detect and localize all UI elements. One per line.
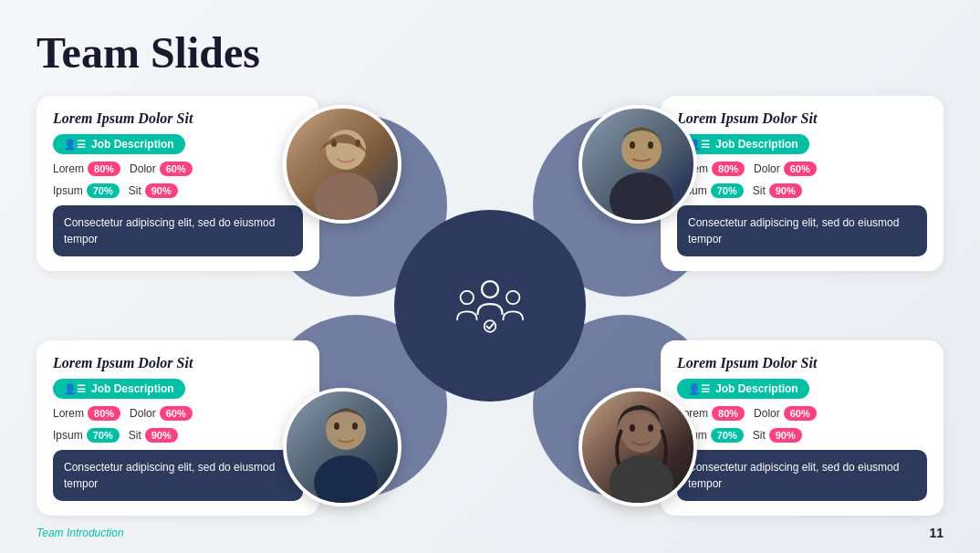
stat-dolor-label-bl: Dolor xyxy=(130,407,156,420)
card-br-stats-row1: Lorem 80% Dolor 60% xyxy=(677,406,927,421)
card-bottom-left: Lorem Ipsum Dolor Sit 👤☰ Job Description… xyxy=(36,340,319,516)
footer-label: Team Introduction xyxy=(36,527,124,539)
card-tl-job-badge: 👤☰ Job Description xyxy=(53,134,185,154)
job-icon-tl: 👤☰ xyxy=(64,139,86,151)
stat-dolor-val-bl: 60% xyxy=(160,406,193,421)
stat-lorem-tl: Lorem 80% xyxy=(53,162,120,176)
card-br-stats-row2: Ipsum 70% Sit 90% xyxy=(677,428,927,443)
stat-ipsum-val-br: 70% xyxy=(711,428,744,443)
stat-dolor-val-tl: 60% xyxy=(160,162,193,176)
job-badge-label-tr: Job Description xyxy=(715,138,798,151)
job-icon-br: 👤☰ xyxy=(688,383,710,395)
svg-point-5 xyxy=(314,172,378,224)
job-icon-bl: 👤☰ xyxy=(64,383,86,395)
svg-point-18 xyxy=(630,424,635,432)
stat-dolor-label-br: Dolor xyxy=(754,407,780,420)
stat-dolor-bl: Dolor 60% xyxy=(130,406,193,421)
svg-point-10 xyxy=(630,141,635,149)
card-tl-title: Lorem Ipsum Dolor Sit xyxy=(53,110,303,127)
card-tl-description: Consectetur adipiscing elit, sed do eius… xyxy=(53,205,303,256)
card-tl-stats-row1: Lorem 80% Dolor 60% xyxy=(53,162,303,176)
stat-dolor-label-tr: Dolor xyxy=(754,162,780,175)
svg-point-0 xyxy=(482,281,498,297)
svg-point-8 xyxy=(621,130,662,170)
stat-dolor-tl: Dolor 60% xyxy=(130,162,193,176)
stat-sit-label-br: Sit xyxy=(753,429,766,442)
card-br-job-badge: 👤☰ Job Description xyxy=(677,379,809,399)
card-bl-title: Lorem Ipsum Dolor Sit xyxy=(53,355,303,371)
stat-lorem-val-br: 80% xyxy=(712,406,745,421)
svg-point-19 xyxy=(648,424,653,432)
card-bl-description: Consectetur adipiscing elit, sed do eius… xyxy=(53,450,303,501)
stat-ipsum-val-bl: 70% xyxy=(87,428,120,443)
svg-point-9 xyxy=(610,172,673,224)
card-bl-stats-row1: Lorem 80% Dolor 60% xyxy=(53,406,303,421)
svg-point-2 xyxy=(506,291,519,304)
stat-ipsum-label-tl: Ipsum xyxy=(53,184,83,197)
stat-sit-label-tl: Sit xyxy=(129,184,141,197)
stat-sit-val-bl: 90% xyxy=(145,428,178,443)
stat-lorem-label-bl: Lorem xyxy=(53,407,84,420)
stat-lorem-val-tl: 80% xyxy=(88,162,120,176)
stat-ipsum-label-bl: Ipsum xyxy=(53,429,83,442)
team-icon xyxy=(449,265,531,347)
photo-woman-top xyxy=(283,105,401,224)
stat-ipsum-tl: Ipsum 70% xyxy=(53,183,120,198)
cards-container: Lorem Ipsum Dolor Sit 👤☰ Job Description… xyxy=(36,96,944,516)
job-badge-label-br: Job Description xyxy=(715,382,798,395)
stat-sit-val-tr: 90% xyxy=(769,183,802,198)
job-badge-label-tl: Job Description xyxy=(91,138,174,151)
svg-point-1 xyxy=(461,291,474,304)
card-top-left: Lorem Ipsum Dolor Sit 👤☰ Job Description… xyxy=(36,96,319,271)
card-tr-job-badge: 👤☰ Job Description xyxy=(677,134,809,154)
card-bottom-right: Lorem Ipsum Dolor Sit 👤☰ Job Description… xyxy=(661,340,944,516)
stat-ipsum-bl: Ipsum 70% xyxy=(53,428,120,443)
stat-dolor-label-tl: Dolor xyxy=(130,162,156,175)
svg-point-13 xyxy=(314,455,378,506)
card-tr-stats-row2: Ipsum 70% Sit 90% xyxy=(677,183,927,198)
stat-sit-bl: Sit 90% xyxy=(129,428,178,443)
footer: Team Introduction 11 xyxy=(36,526,944,540)
stat-sit-val-br: 90% xyxy=(769,428,802,443)
stat-lorem-label-tl: Lorem xyxy=(53,162,84,175)
photo-man-bottom xyxy=(283,388,401,506)
stat-sit-br: Sit 90% xyxy=(753,428,802,443)
stat-lorem-bl: Lorem 80% xyxy=(53,406,120,421)
card-br-title: Lorem Ipsum Dolor Sit xyxy=(677,355,927,371)
card-tr-stats-row1: Lorem 80% Dolor 60% xyxy=(677,162,927,176)
stat-dolor-tr: Dolor 60% xyxy=(754,162,817,176)
photo-man-top xyxy=(579,105,697,224)
svg-point-16 xyxy=(621,412,662,453)
card-tr-description: Consectetur adipiscing elit, sed do eius… xyxy=(677,205,927,256)
photo-woman-bottom xyxy=(579,388,697,506)
svg-point-14 xyxy=(334,423,339,430)
job-badge-label-bl: Job Description xyxy=(91,382,174,395)
center-circle xyxy=(394,210,586,402)
card-br-description: Consectetur adipiscing elit, sed do eius… xyxy=(677,450,927,501)
card-tr-title: Lorem Ipsum Dolor Sit xyxy=(677,110,927,127)
stat-lorem-val-tr: 80% xyxy=(712,162,745,176)
stat-ipsum-val-tl: 70% xyxy=(87,183,120,198)
stat-ipsum-val-tr: 70% xyxy=(711,183,744,198)
stat-lorem-val-bl: 80% xyxy=(88,406,120,421)
svg-point-15 xyxy=(352,423,358,430)
stat-sit-tr: Sit 90% xyxy=(753,183,802,198)
svg-point-11 xyxy=(648,141,653,149)
stat-dolor-val-tr: 60% xyxy=(784,162,817,176)
stat-sit-tl: Sit 90% xyxy=(129,183,178,198)
stat-sit-val-tl: 90% xyxy=(145,183,178,198)
card-bl-stats-row2: Ipsum 70% Sit 90% xyxy=(53,428,303,443)
slide-page: Team Slides Lor xyxy=(0,0,980,553)
stat-dolor-val-br: 60% xyxy=(784,406,817,421)
page-title: Team Slides xyxy=(36,27,944,78)
stat-sit-label-tr: Sit xyxy=(753,184,766,197)
card-bl-job-badge: 👤☰ Job Description xyxy=(53,379,185,399)
card-top-right: Lorem Ipsum Dolor Sit 👤☰ Job Description… xyxy=(661,96,944,271)
stat-sit-label-bl: Sit xyxy=(129,429,141,442)
card-tl-stats-row2: Ipsum 70% Sit 90% xyxy=(53,183,303,198)
footer-page-number: 11 xyxy=(929,526,944,540)
stat-dolor-br: Dolor 60% xyxy=(754,406,817,421)
